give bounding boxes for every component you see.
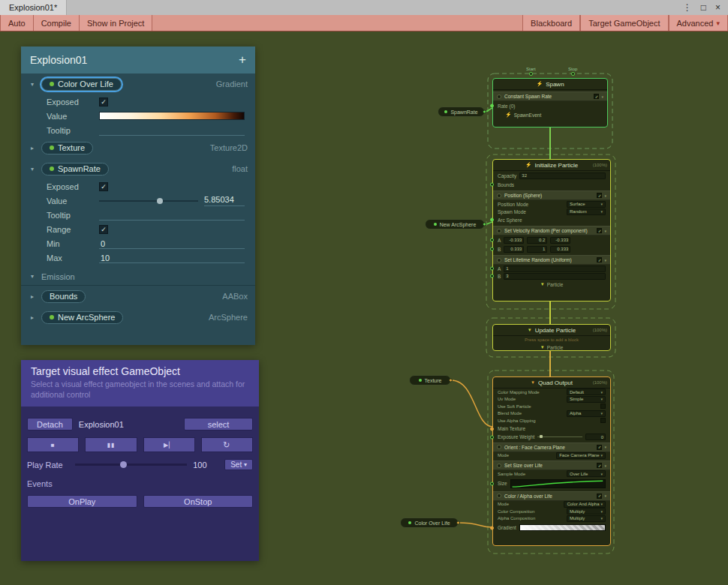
- edge-texture-to-maintexture[interactable]: [451, 380, 493, 427]
- velocity-b-port[interactable]: [490, 248, 494, 251]
- capacity-field[interactable]: 32: [519, 172, 606, 179]
- lifetime-random-block-header[interactable]: Set Lifetime Random (Uniform) ✓ ▾: [493, 255, 610, 265]
- block-enable-toggle[interactable]: [497, 229, 501, 233]
- auto-button[interactable]: Auto: [0, 15, 34, 31]
- uv-mode-dropdown[interactable]: Simple▾: [567, 396, 606, 403]
- add-parameter-button[interactable]: +: [239, 52, 246, 68]
- value-slider[interactable]: [99, 200, 198, 202]
- soft-particle-checkbox[interactable]: [600, 404, 606, 409]
- tooltip-field[interactable]: [99, 124, 245, 136]
- show-in-project-button[interactable]: Show in Project: [80, 15, 152, 31]
- block-checkbox[interactable]: ✓: [597, 463, 602, 468]
- max-field[interactable]: 10: [99, 252, 245, 263]
- stop-button[interactable]: ■: [27, 437, 79, 452]
- advanced-dropdown-button[interactable]: Advanced ▾: [669, 15, 728, 31]
- restart-button[interactable]: ↻: [201, 437, 253, 452]
- exposed-checkbox[interactable]: ✓: [99, 182, 108, 191]
- orient-block-header[interactable]: Orient : Face Camera Plane ✓ ▾: [493, 442, 610, 452]
- chevron-right-icon[interactable]: ▸: [29, 293, 36, 300]
- close-icon[interactable]: ×: [715, 2, 720, 13]
- graph-canvas[interactable]: Explosion01 + ▾ Color Over Life Gradient…: [0, 32, 728, 585]
- vector-z-field[interactable]: -0.333: [550, 237, 570, 244]
- alpha-composition-dropdown[interactable]: Multiply▾: [567, 515, 606, 522]
- set-size-block-header[interactable]: Set Size over Life ✓ ▾: [493, 460, 610, 470]
- size-port[interactable]: [490, 482, 494, 485]
- output-port[interactable]: [449, 379, 453, 382]
- main-texture-input-port[interactable]: [490, 427, 494, 430]
- bounds-input-port[interactable]: [490, 183, 494, 187]
- velocity-random-block-header[interactable]: Set Velocity Random (Per component) ✓ ▾: [493, 226, 610, 236]
- onplay-button[interactable]: OnPlay: [27, 495, 137, 508]
- gradient-preview[interactable]: [99, 112, 245, 120]
- sample-mode-dropdown[interactable]: Over Life▾: [567, 470, 606, 477]
- pill-node-color-over-life[interactable]: Color Over Life: [400, 518, 459, 528]
- block-enable-toggle[interactable]: [497, 258, 501, 262]
- play-rate-value[interactable]: 100: [193, 460, 218, 470]
- exposed-checkbox[interactable]: ✓: [99, 98, 108, 106]
- param-pill-bounds[interactable]: Bounds: [41, 290, 86, 303]
- chevron-down-icon[interactable]: ▾: [29, 81, 36, 88]
- color-alpha-block-header[interactable]: Color / Alpha over Life ✓ ▾: [493, 491, 610, 501]
- select-button[interactable]: select: [184, 418, 253, 430]
- chevron-down-icon[interactable]: ▾: [29, 273, 36, 280]
- play-rate-slider[interactable]: [75, 464, 187, 466]
- block-enable-toggle[interactable]: [497, 464, 501, 468]
- step-button[interactable]: ▶▏: [143, 437, 195, 452]
- output-port[interactable]: [456, 521, 460, 525]
- param-pill-spawnrate[interactable]: SpawnRate: [41, 163, 109, 176]
- onstop-button[interactable]: OnStop: [143, 495, 254, 508]
- slider-thumb[interactable]: [120, 461, 127, 468]
- exposure-weight-port[interactable]: [490, 435, 494, 439]
- blend-mode-dropdown[interactable]: Alpha▾: [567, 410, 606, 417]
- target-gameobject-toggle-button[interactable]: Target GameObject: [580, 15, 668, 31]
- lifetime-b-port[interactable]: [490, 274, 494, 278]
- constant-spawn-rate-block-header[interactable]: Constant Spawn Rate ✓ ▾: [493, 92, 607, 101]
- block-checkbox[interactable]: ✓: [597, 193, 602, 198]
- vector-z-field[interactable]: 0.333: [550, 246, 570, 253]
- rate-input-port[interactable]: [490, 104, 494, 108]
- spawnevent-output-row[interactable]: ⚡ SpawnEvent: [493, 110, 607, 119]
- spawn-mode-dropdown[interactable]: Random ▾: [567, 208, 606, 215]
- lifetime-b-field[interactable]: 3: [504, 273, 606, 280]
- vector-y-field[interactable]: 0.2: [527, 237, 547, 244]
- spawn-start-port[interactable]: Start: [526, 67, 536, 76]
- vector-x-field[interactable]: 0.333: [504, 246, 524, 253]
- block-enable-toggle[interactable]: [497, 194, 501, 198]
- blackboard-toggle-button[interactable]: Blackboard: [522, 15, 580, 31]
- vector-x-field[interactable]: -0.333: [504, 237, 524, 244]
- color-mapping-dropdown[interactable]: Default▾: [567, 388, 606, 395]
- tooltip-field[interactable]: [99, 209, 245, 220]
- slider-thumb[interactable]: [157, 198, 163, 204]
- chevron-right-icon[interactable]: ▸: [29, 314, 36, 321]
- rate-port-row[interactable]: Rate (0): [493, 101, 607, 110]
- param-pill-texture[interactable]: Texture: [41, 142, 93, 154]
- initialize-context-node[interactable]: ⚡ Initialize Particle (100%) Capacity 32…: [492, 159, 611, 302]
- pill-node-spawnrate[interactable]: SpawnRate: [438, 106, 485, 117]
- alpha-clipping-checkbox[interactable]: [600, 418, 606, 423]
- initialize-node-header[interactable]: ⚡ Initialize Particle (100%): [493, 160, 610, 171]
- output-port[interactable]: [483, 223, 486, 226]
- slider-thumb[interactable]: [540, 435, 543, 438]
- block-enable-toggle[interactable]: [497, 494, 501, 498]
- min-field[interactable]: 0: [99, 238, 245, 249]
- param-pill-new-arcsphere[interactable]: New ArcSphere: [41, 311, 123, 324]
- lifetime-a-field[interactable]: 1: [504, 266, 606, 272]
- range-checkbox[interactable]: ✓: [99, 225, 108, 234]
- orient-mode-dropdown[interactable]: Face Camera Plane▾: [556, 452, 606, 459]
- value-number-field[interactable]: 5.85034: [204, 195, 245, 206]
- compile-button[interactable]: Compile: [34, 15, 80, 31]
- velocity-a-port[interactable]: [490, 238, 494, 242]
- maximize-icon[interactable]: □: [701, 2, 706, 13]
- chevron-down-icon[interactable]: ▾: [29, 166, 36, 172]
- chevron-right-icon[interactable]: ▸: [29, 145, 36, 152]
- quad-output-context-node[interactable]: ▼ Quad Output (100%) Color Mapping Mode …: [492, 376, 611, 546]
- block-checkbox[interactable]: ✓: [597, 257, 602, 262]
- particle-output-row[interactable]: ▼ Particle: [493, 280, 610, 289]
- arcsphere-port-row[interactable]: Arc Sphere: [493, 215, 610, 224]
- vector-y-field[interactable]: 1: [527, 246, 547, 253]
- detach-button[interactable]: Detach: [27, 418, 73, 430]
- bounds-port-row[interactable]: Bounds: [493, 180, 610, 189]
- block-checkbox[interactable]: ✓: [597, 445, 602, 450]
- block-enable-toggle[interactable]: [497, 445, 501, 449]
- particle-output-row[interactable]: ▼ Particle: [493, 343, 610, 352]
